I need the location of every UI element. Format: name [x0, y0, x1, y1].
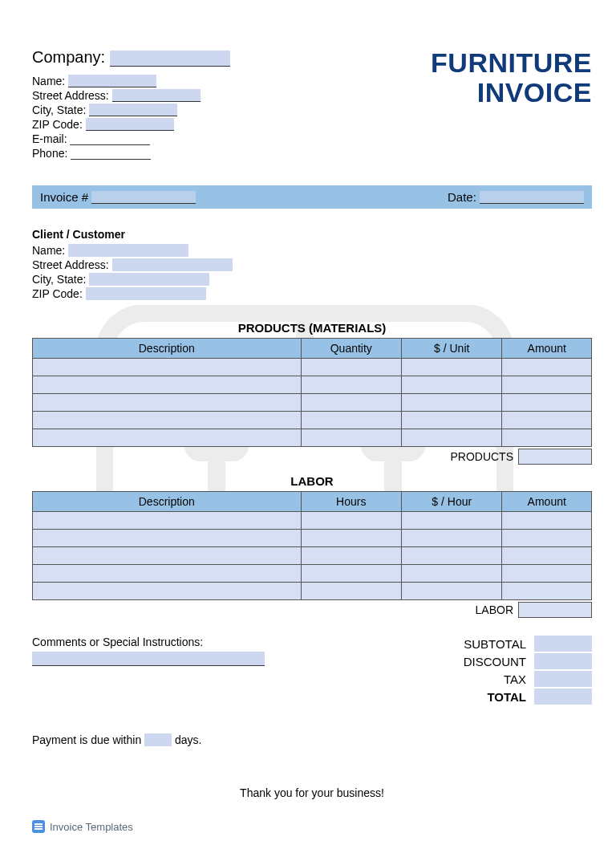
client-zip-input[interactable]: [86, 287, 206, 300]
company-street-input[interactable]: [112, 89, 201, 102]
table-cell[interactable]: [33, 359, 302, 376]
footer-brand-text: Invoice Templates: [50, 821, 133, 833]
client-name-label: Name:: [32, 244, 65, 257]
table-cell[interactable]: [33, 376, 302, 394]
products-subtotal-label: PRODUCTS: [422, 450, 518, 463]
table-cell[interactable]: [402, 547, 502, 565]
table-cell[interactable]: [301, 583, 401, 600]
tax-box[interactable]: [534, 671, 592, 687]
table-cell[interactable]: [402, 359, 502, 376]
company-email-label: E-mail:: [32, 132, 67, 145]
table-cell[interactable]: [33, 530, 302, 547]
company-input[interactable]: [110, 51, 230, 67]
invoice-number-input[interactable]: [91, 191, 196, 204]
table-cell[interactable]: [402, 394, 502, 412]
discount-box[interactable]: [534, 653, 592, 669]
company-phone-input[interactable]: [71, 147, 151, 160]
labor-header-hours: Hours: [301, 492, 401, 512]
labor-header-rate: $ / Hour: [402, 492, 502, 512]
table-cell[interactable]: [402, 512, 502, 530]
table-cell[interactable]: [502, 565, 592, 583]
table-cell[interactable]: [402, 565, 502, 583]
table-cell[interactable]: [502, 394, 592, 412]
table-cell[interactable]: [502, 530, 592, 547]
table-cell[interactable]: [402, 530, 502, 547]
table-cell[interactable]: [33, 583, 302, 600]
products-header-description: Description: [33, 339, 302, 359]
company-city-state-input[interactable]: [89, 104, 177, 116]
table-cell[interactable]: [502, 412, 592, 429]
company-zip-input[interactable]: [86, 118, 174, 131]
table-cell[interactable]: [33, 547, 302, 565]
invoice-number-label: Invoice #: [40, 190, 88, 204]
company-phone-label: Phone:: [32, 147, 67, 160]
table-cell[interactable]: [402, 412, 502, 429]
invoice-date-label: Date:: [448, 190, 476, 204]
table-cell[interactable]: [502, 583, 592, 600]
table-cell[interactable]: [502, 429, 592, 447]
products-header-unit: $ / Unit: [402, 339, 502, 359]
products-title: PRODUCTS (MATERIALS): [32, 321, 592, 335]
tax-label: TAX: [438, 672, 534, 686]
labor-header-description: Description: [33, 492, 302, 512]
client-heading: Client / Customer: [32, 228, 592, 241]
table-cell[interactable]: [301, 565, 401, 583]
payment-days-input[interactable]: [144, 733, 172, 746]
table-cell[interactable]: [502, 547, 592, 565]
products-header-amount: Amount: [502, 339, 592, 359]
labor-subtotal-box: [518, 602, 592, 618]
payment-terms: Payment is due within days.: [32, 733, 592, 746]
table-cell[interactable]: [33, 565, 302, 583]
products-table: Description Quantity $ / Unit Amount: [32, 338, 592, 447]
company-label: Company:: [32, 48, 105, 66]
table-cell[interactable]: [301, 359, 401, 376]
client-city-state-input[interactable]: [89, 273, 209, 286]
table-cell[interactable]: [301, 429, 401, 447]
products-header-quantity: Quantity: [301, 339, 401, 359]
payment-prefix: Payment is due within: [32, 733, 141, 746]
table-cell[interactable]: [301, 547, 401, 565]
comments-input[interactable]: [32, 652, 265, 666]
client-street-label: Street Address:: [32, 258, 109, 271]
table-cell[interactable]: [502, 376, 592, 394]
table-cell[interactable]: [33, 394, 302, 412]
table-cell[interactable]: [33, 512, 302, 530]
company-email-input[interactable]: [70, 132, 150, 145]
table-cell[interactable]: [402, 583, 502, 600]
payment-suffix: days.: [175, 733, 201, 746]
client-name-input[interactable]: [68, 244, 188, 257]
document-title: FURNITURE INVOICE: [431, 48, 592, 108]
company-street-label: Street Address:: [32, 89, 109, 102]
company-name-label: Name:: [32, 75, 65, 87]
company-name-input[interactable]: [68, 75, 156, 87]
company-city-state-label: City, State:: [32, 104, 86, 116]
client-block: Client / Customer Name: Street Address: …: [32, 228, 592, 300]
subtotal-box: [534, 636, 592, 652]
products-subtotal-box: [518, 449, 592, 465]
table-cell[interactable]: [502, 512, 592, 530]
labor-header-amount: Amount: [502, 492, 592, 512]
table-cell[interactable]: [301, 530, 401, 547]
labor-title: LABOR: [32, 474, 592, 488]
table-cell[interactable]: [502, 359, 592, 376]
company-block: Company: Name: Street Address: City, Sta…: [32, 48, 230, 161]
table-cell[interactable]: [402, 376, 502, 394]
footer-brand: Invoice Templates: [32, 820, 133, 833]
table-cell[interactable]: [33, 412, 302, 429]
company-zip-label: ZIP Code:: [32, 118, 83, 131]
thank-you-message: Thank you for your business!: [32, 786, 592, 799]
labor-table: Description Hours $ / Hour Amount: [32, 491, 592, 600]
table-cell[interactable]: [301, 512, 401, 530]
invoice-date-input[interactable]: [480, 191, 584, 204]
comments-block: Comments or Special Instructions:: [32, 636, 265, 666]
invoice-bar: Invoice # Date:: [32, 185, 592, 209]
table-cell[interactable]: [301, 376, 401, 394]
table-cell[interactable]: [402, 429, 502, 447]
client-street-input[interactable]: [112, 258, 233, 271]
table-cell[interactable]: [301, 394, 401, 412]
table-cell[interactable]: [301, 412, 401, 429]
total-box: [534, 689, 592, 705]
table-cell[interactable]: [33, 429, 302, 447]
comments-label: Comments or Special Instructions:: [32, 636, 265, 648]
subtotal-label: SUBTOTAL: [438, 637, 534, 651]
